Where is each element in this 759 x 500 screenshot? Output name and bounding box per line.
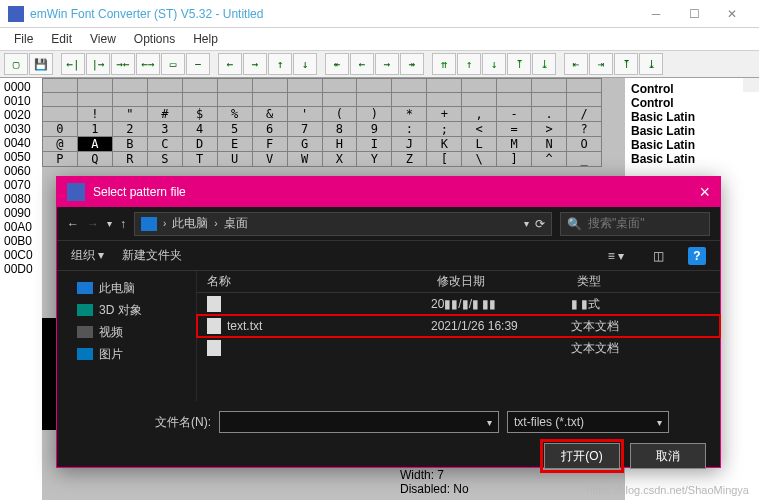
char-cell[interactable] [427, 93, 462, 107]
shift-left-icon[interactable]: ← [218, 53, 242, 75]
chevron-down-icon[interactable]: ▾ [524, 218, 529, 229]
new-button[interactable]: ▢ [4, 53, 28, 75]
new-folder-button[interactable]: 新建文件夹 [122, 247, 182, 264]
char-cell[interactable]: \ [462, 152, 497, 167]
last-icon[interactable]: ↠ [400, 53, 424, 75]
shift-down-icon[interactable]: ↓ [293, 53, 317, 75]
char-cell[interactable] [252, 79, 287, 93]
nav-tree[interactable]: 此电脑 3D 对象 视频 图片 [57, 271, 197, 401]
char-cell[interactable]: ; [427, 122, 462, 137]
back-button[interactable]: ← [67, 217, 79, 231]
ddown-icon[interactable]: ⤓ [639, 53, 663, 75]
maximize-button[interactable]: ☐ [675, 2, 713, 26]
minimize-button[interactable]: ─ [637, 2, 675, 26]
char-cell[interactable]: A [77, 137, 112, 152]
char-cell[interactable]: K [427, 137, 462, 152]
char-cell[interactable] [43, 79, 78, 93]
char-cell[interactable]: $ [182, 107, 217, 122]
char-cell[interactable]: 9 [357, 122, 392, 137]
char-cell[interactable] [147, 93, 182, 107]
arrow-right-icon[interactable]: |→ [86, 53, 110, 75]
char-cell[interactable]: O [567, 137, 602, 152]
char-cell[interactable]: # [147, 107, 182, 122]
file-row[interactable]: 20▮▮/▮/▮ ▮▮▮ ▮式 [197, 293, 720, 315]
char-cell[interactable] [567, 79, 602, 93]
char-cell[interactable]: 6 [252, 122, 287, 137]
arrow-left-icon[interactable]: ←| [61, 53, 85, 75]
char-cell[interactable]: M [497, 137, 532, 152]
preview-pane-icon[interactable]: ◫ [646, 246, 670, 266]
scrollbar[interactable] [743, 78, 759, 92]
char-cell[interactable]: U [217, 152, 252, 167]
char-cell[interactable]: F [252, 137, 287, 152]
char-cell[interactable] [112, 93, 147, 107]
char-cell[interactable]: C [147, 137, 182, 152]
char-cell[interactable] [497, 79, 532, 93]
char-cell[interactable]: = [497, 122, 532, 137]
char-cell[interactable] [77, 93, 112, 107]
char-cell[interactable] [357, 93, 392, 107]
char-cell[interactable]: N [532, 137, 567, 152]
char-cell[interactable]: ^ [532, 152, 567, 167]
filename-input[interactable]: ▾ [219, 411, 499, 433]
history-dropdown[interactable]: ▾ [107, 218, 112, 229]
shrink-icon[interactable]: →← [111, 53, 135, 75]
char-cell[interactable]: ? [567, 122, 602, 137]
file-row[interactable]: text.txt2021/1/26 16:39文本文档 [197, 315, 720, 337]
menu-file[interactable]: File [6, 30, 41, 48]
char-cell[interactable]: & [252, 107, 287, 122]
char-cell[interactable]: Z [392, 152, 427, 167]
char-cell[interactable]: 0 [43, 122, 78, 137]
char-cell[interactable]: % [217, 107, 252, 122]
char-cell[interactable]: H [322, 137, 357, 152]
char-cell[interactable]: I [357, 137, 392, 152]
char-cell[interactable]: " [112, 107, 147, 122]
char-cell[interactable]: 7 [287, 122, 322, 137]
refresh-icon[interactable]: ⟳ [535, 217, 545, 231]
char-cell[interactable] [77, 79, 112, 93]
char-cell[interactable]: ] [497, 152, 532, 167]
char-cell[interactable]: / [567, 107, 602, 122]
char-cell[interactable]: G [287, 137, 322, 152]
char-cell[interactable]: , [462, 107, 497, 122]
char-cell[interactable]: [ [427, 152, 462, 167]
char-cell[interactable]: Y [357, 152, 392, 167]
char-cell[interactable] [287, 79, 322, 93]
dright-icon[interactable]: ⇥ [589, 53, 613, 75]
up-button[interactable]: ↑ [120, 217, 126, 231]
char-cell[interactable]: < [462, 122, 497, 137]
char-cell[interactable] [322, 79, 357, 93]
file-row[interactable]: 文本文档 [197, 337, 720, 359]
char-cell[interactable]: X [322, 152, 357, 167]
menu-view[interactable]: View [82, 30, 124, 48]
char-cell[interactable] [43, 107, 78, 122]
bottom-icon[interactable]: ⤓ [532, 53, 556, 75]
save-button[interactable]: 💾 [29, 53, 53, 75]
char-cell[interactable]: J [392, 137, 427, 152]
expand-icon[interactable]: ←→ [136, 53, 160, 75]
shift-up-icon[interactable]: ↑ [268, 53, 292, 75]
menu-help[interactable]: Help [185, 30, 226, 48]
column-headers[interactable]: 名称 修改日期 类型 [197, 271, 720, 293]
char-cell[interactable]: 1 [77, 122, 112, 137]
char-cell[interactable]: W [287, 152, 322, 167]
tree-pictures[interactable]: 图片 [67, 343, 186, 365]
char-cell[interactable] [427, 79, 462, 93]
dup-icon[interactable]: ⤒ [614, 53, 638, 75]
shift-right-icon[interactable]: → [243, 53, 267, 75]
menu-edit[interactable]: Edit [43, 30, 80, 48]
top-icon[interactable]: ⤒ [507, 53, 531, 75]
char-cell[interactable]: 5 [217, 122, 252, 137]
char-cell[interactable]: R [112, 152, 147, 167]
open-button[interactable]: 打开(O) [544, 443, 620, 469]
char-cell[interactable]: ) [357, 107, 392, 122]
prev-icon[interactable]: ← [350, 53, 374, 75]
char-cell[interactable] [357, 79, 392, 93]
forward-button[interactable]: → [87, 217, 99, 231]
char-cell[interactable]: * [392, 107, 427, 122]
char-cell[interactable] [567, 93, 602, 107]
dash-icon[interactable]: − [186, 53, 210, 75]
char-cell[interactable] [392, 79, 427, 93]
char-cell[interactable] [392, 93, 427, 107]
char-cell[interactable]: _ [567, 152, 602, 167]
